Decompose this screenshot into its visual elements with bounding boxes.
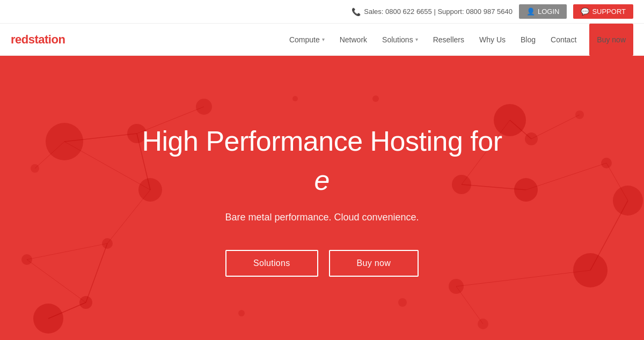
svg-line-23 [64,134,137,142]
user-icon: 👤 [526,8,535,16]
svg-line-29 [510,120,531,139]
contact-info: 📞 Sales: 0800 622 6655 | Support: 0800 9… [352,8,513,16]
hero-animated-text: e [142,164,502,197]
hero-content: High Performance Hosting for e Bare meta… [142,124,502,277]
svg-point-7 [102,238,113,249]
svg-point-18 [478,319,488,329]
nav-solutions[interactable]: Solutions ▾ [375,24,426,56]
nav-contact[interactable]: Contact [543,24,584,56]
svg-point-39 [398,298,407,307]
svg-point-2 [21,254,32,265]
site-logo[interactable]: redstation [11,33,65,47]
svg-point-8 [31,164,39,173]
chevron-down-icon: ▾ [415,36,418,42]
phone-icon: 📞 [352,8,361,16]
svg-point-5 [196,99,212,115]
chevron-down-icon: ▾ [322,36,325,42]
comment-icon: 💬 [581,8,589,16]
login-button[interactable]: 👤 LOGIN [519,4,567,19]
svg-line-28 [27,243,107,260]
svg-point-1 [79,296,92,309]
svg-point-3 [46,123,83,160]
svg-line-35 [590,201,628,270]
support-button[interactable]: 💬 SUPPORT [573,4,633,19]
hero-tagline: Bare metal performance. Cloud convenienc… [142,212,502,223]
svg-line-20 [86,243,107,302]
svg-point-15 [613,186,643,216]
hero-section: High Performance Hosting for e Bare meta… [0,56,644,340]
navbar: redstation Compute ▾ Network Solutions ▾… [0,24,644,56]
svg-point-41 [292,96,298,101]
buy-now-button[interactable]: Buy now [329,250,419,277]
svg-line-34 [606,163,628,201]
svg-point-17 [449,279,464,294]
svg-point-14 [601,158,612,168]
top-bar: 📞 Sales: 0800 622 6655 | Support: 0800 9… [0,0,644,24]
nav-why-us[interactable]: Why Us [472,24,513,56]
nav-network[interactable]: Network [332,24,375,56]
svg-line-33 [526,163,606,190]
svg-line-19 [48,302,86,319]
nav-links: Compute ▾ Network Solutions ▾ Resellers … [282,24,633,56]
svg-point-10 [525,132,538,145]
svg-point-11 [575,110,584,119]
hero-title: High Performance Hosting for [142,124,502,158]
svg-line-26 [64,142,150,190]
hero-buttons: Solutions Buy now [142,250,502,277]
nav-compute[interactable]: Compute ▾ [282,24,332,56]
svg-point-38 [372,95,379,102]
svg-point-16 [573,253,608,287]
svg-line-37 [456,286,483,324]
svg-point-0 [33,304,63,334]
svg-line-31 [531,115,580,139]
svg-point-13 [514,178,538,202]
nav-buy-now[interactable]: Buy now [589,24,633,56]
svg-point-40 [238,310,245,316]
svg-line-21 [27,260,86,302]
svg-line-22 [35,142,64,168]
nav-blog[interactable]: Blog [513,24,543,56]
nav-resellers[interactable]: Resellers [426,24,472,56]
solutions-button[interactable]: Solutions [225,250,318,277]
